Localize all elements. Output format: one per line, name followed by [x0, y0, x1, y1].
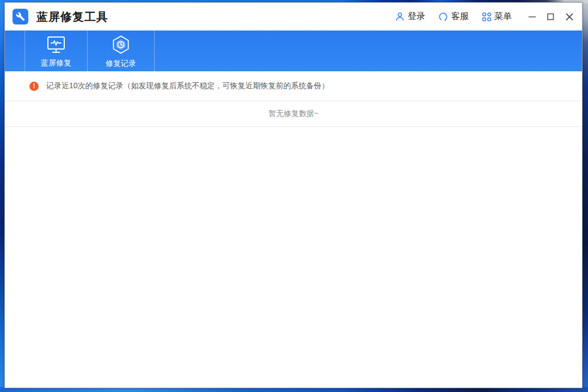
nav-bar: 蓝屏修复 修复记录 [5, 30, 582, 71]
maximize-icon [547, 13, 555, 21]
titlebar: 蓝屏修复工具 登录 客服 [5, 3, 582, 30]
notice-bar: ! 记录近10次的修复记录（如发现修复后系统不稳定，可恢复近期恢复前的系统备份） [5, 71, 582, 101]
wrench-icon [16, 12, 25, 21]
headset-icon [438, 11, 449, 22]
tab-repair-records-label: 修复记录 [106, 59, 136, 69]
minimize-button[interactable] [528, 13, 536, 21]
login-label: 登录 [408, 11, 425, 22]
support-label: 客服 [451, 11, 469, 22]
tab-bluescreen-repair-label: 蓝屏修复 [41, 58, 71, 68]
login-button[interactable]: 登录 [395, 11, 425, 22]
records-empty-row: 暂无修复数据~ [5, 101, 582, 127]
monitor-pulse-icon [46, 35, 66, 54]
tab-repair-records[interactable]: 修复记录 [88, 30, 155, 71]
close-button[interactable] [565, 13, 574, 21]
records-content-area [5, 127, 582, 388]
grid-menu-icon [482, 12, 492, 22]
warning-icon: ! [29, 82, 39, 91]
app-logo [13, 9, 28, 24]
close-icon [565, 13, 574, 21]
page-title: 蓝屏修复工具 [36, 9, 108, 24]
nav-left-pad [5, 30, 25, 71]
menu-button[interactable]: 菜单 [482, 11, 512, 22]
support-button[interactable]: 客服 [438, 11, 469, 22]
notice-text: 记录近10次的修复记录（如发现修复后系统不稳定，可恢复近期恢复前的系统备份） [46, 81, 329, 91]
menu-label: 菜单 [494, 11, 512, 22]
hexagon-clock-icon [111, 34, 131, 55]
minimize-icon [528, 13, 536, 21]
window-controls [528, 13, 574, 21]
app-window: 蓝屏修复工具 登录 客服 [4, 2, 583, 388]
empty-state-text: 暂无修复数据~ [268, 109, 318, 119]
tab-bluescreen-repair[interactable]: 蓝屏修复 [25, 30, 88, 71]
maximize-button[interactable] [547, 13, 555, 21]
user-icon [395, 11, 405, 22]
